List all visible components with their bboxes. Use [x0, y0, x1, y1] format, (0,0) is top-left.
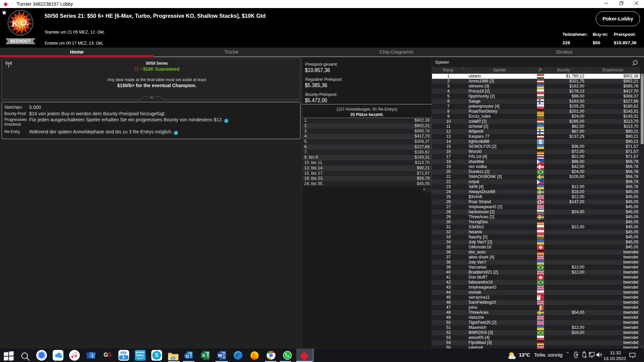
- svg-text:K.O.: K.O.: [11, 17, 30, 28]
- svg-text:O: O: [185, 354, 189, 359]
- svg-text:𝄞: 𝄞: [91, 353, 93, 358]
- svg-text:W: W: [218, 353, 222, 358]
- svg-text:X: X: [202, 353, 205, 358]
